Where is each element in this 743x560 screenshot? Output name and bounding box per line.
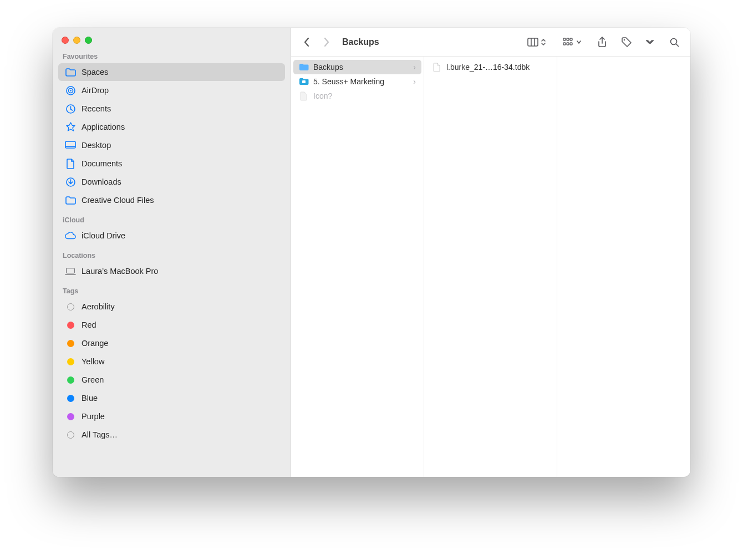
column-view: Backups›5. Seuss+ Marketing›Icon? l.burk… (291, 57, 690, 477)
tag-dot-icon (67, 395, 74, 402)
svg-rect-13 (567, 38, 569, 40)
forward-button[interactable] (319, 34, 334, 50)
file-name: 5. Seuss+ Marketing (313, 77, 409, 86)
svg-rect-12 (563, 38, 566, 40)
clock-icon (65, 103, 76, 114)
file-row[interactable]: Backups› (293, 60, 421, 74)
svg-rect-4 (65, 141, 75, 148)
sidebar-tag-all-tags-[interactable]: All Tags… (58, 426, 285, 444)
column-1: Backups›5. Seuss+ Marketing›Icon? (291, 57, 424, 477)
sidebar-item-label: AirDrop (82, 85, 109, 96)
tag-dot-icon (67, 413, 74, 420)
view-mode-button[interactable] (525, 34, 548, 50)
tag-color-icon (65, 338, 76, 349)
sidebar-header-tags: Tags (56, 281, 287, 297)
laptop-icon (65, 266, 76, 277)
sidebar-tag-blue[interactable]: Blue (58, 389, 285, 407)
folder-icon (65, 67, 76, 78)
doc-icon (65, 158, 76, 169)
apps-icon (65, 121, 76, 133)
file-name: l.burke_21-…16-34.tdbk (446, 63, 549, 72)
sidebar-tag-orange[interactable]: Orange (58, 334, 285, 352)
sidebar-item-recents[interactable]: Recents (58, 100, 285, 118)
file-icon (432, 62, 442, 72)
sidebar-item-label: Blue (82, 393, 98, 404)
svg-rect-21 (302, 80, 306, 83)
file-name: Icon? (313, 91, 416, 100)
share-button[interactable] (594, 34, 610, 50)
back-button[interactable] (299, 34, 314, 50)
tag-dot-icon (67, 303, 74, 310)
sidebar-item-label: Purple (82, 411, 105, 422)
column-2: l.burke_21-…16-34.tdbk (424, 57, 557, 477)
airdrop-icon (65, 85, 76, 96)
close-window-button[interactable] (62, 37, 69, 44)
sidebar-item-label: Applications (82, 122, 125, 133)
svg-line-20 (676, 44, 679, 46)
tag-color-icon (65, 301, 76, 312)
sidebar-item-desktop[interactable]: Desktop (58, 136, 285, 154)
tag-dot-icon (67, 322, 74, 329)
overflow-button[interactable] (642, 34, 658, 50)
svg-rect-16 (567, 43, 569, 45)
sidebar-item-label: Red (82, 320, 96, 330)
sidebar-item-label: iCloud Drive (82, 231, 125, 241)
sidebar-item-label: Creative Cloud Files (82, 195, 154, 206)
sidebar-header-icloud: iCloud (56, 210, 287, 226)
toolbar: Backups (291, 28, 690, 57)
sidebar-tag-aerobility[interactable]: Aerobility (58, 298, 285, 315)
chevron-right-icon: › (413, 77, 416, 86)
sidebar-header-favourites: Favourites (56, 52, 287, 63)
tag-dot-icon (67, 358, 74, 365)
group-by-button[interactable] (561, 34, 584, 50)
tag-color-icon (65, 393, 76, 404)
zoom-window-button[interactable] (85, 37, 92, 44)
sidebar-item-label: Yellow (82, 357, 104, 367)
desktop-icon (65, 140, 76, 151)
sidebar-item-label: Downloads (82, 177, 121, 187)
window-controls (56, 33, 287, 52)
sidebar-item-documents[interactable]: Documents (58, 155, 285, 172)
sidebar-item-icloud-drive[interactable]: iCloud Drive (58, 227, 285, 245)
download-icon (65, 176, 76, 187)
tag-dot-icon (67, 340, 74, 347)
sidebar-tag-yellow[interactable]: Yellow (58, 353, 285, 370)
tag-color-icon (65, 356, 76, 367)
tag-dot-icon (67, 376, 74, 384)
file-row[interactable]: l.burke_21-…16-34.tdbk (426, 60, 554, 74)
svg-rect-14 (570, 38, 572, 40)
sidebar-tag-purple[interactable]: Purple (58, 408, 285, 425)
sidebar-item-spaces[interactable]: Spaces (58, 63, 285, 81)
tag-dot-icon (67, 431, 74, 439)
file-row[interactable]: Icon? (293, 89, 421, 103)
folder-thing-icon (299, 77, 309, 86)
sidebar-tag-red[interactable]: Red (58, 316, 285, 334)
svg-point-2 (70, 90, 72, 91)
svg-rect-9 (528, 38, 538, 46)
tag-color-icon (65, 429, 76, 440)
sidebar-item-label: Laura’s MacBook Pro (82, 266, 158, 277)
sidebar-item-creative-cloud-files[interactable]: Creative Cloud Files (58, 191, 285, 209)
sidebar-item-airdrop[interactable]: AirDrop (58, 82, 285, 99)
sidebar-item-this-mac[interactable]: Laura’s MacBook Pro (58, 262, 285, 280)
tag-color-icon (65, 411, 76, 422)
file-name: Backups (313, 63, 409, 72)
sidebar-item-downloads[interactable]: Downloads (58, 173, 285, 191)
svg-rect-15 (563, 43, 566, 45)
svg-rect-17 (570, 43, 572, 45)
file-dim-icon (299, 91, 309, 101)
svg-point-19 (671, 38, 677, 44)
sidebar-item-applications[interactable]: Applications (58, 118, 285, 136)
tag-color-icon (65, 374, 76, 385)
sidebar-item-label: Desktop (82, 140, 111, 151)
sidebar-item-label: Aerobility (82, 302, 115, 312)
file-row[interactable]: 5. Seuss+ Marketing› (293, 74, 421, 89)
sidebar-tag-green[interactable]: Green (58, 371, 285, 389)
minimize-window-button[interactable] (73, 37, 80, 44)
tags-button[interactable] (618, 34, 635, 50)
tag-color-icon (65, 319, 76, 330)
search-button[interactable] (666, 34, 683, 50)
sidebar-item-label: Documents (82, 159, 122, 169)
svg-point-18 (624, 39, 625, 40)
finder-window: Favourites SpacesAirDropRecentsApplicati… (53, 28, 690, 477)
